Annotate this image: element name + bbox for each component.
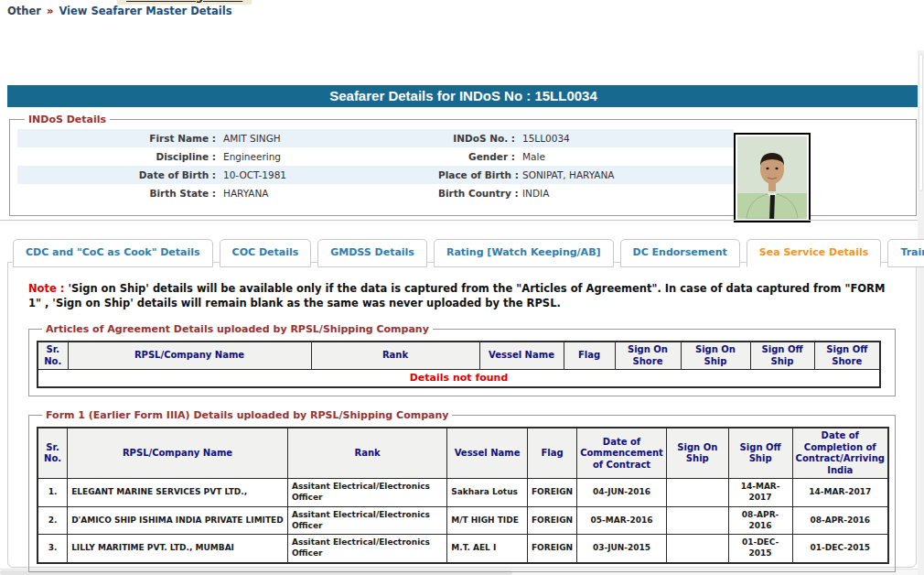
- col-vessel-name: Vessel Name: [479, 342, 564, 370]
- tab-coc-details[interactable]: COC Details: [220, 239, 312, 267]
- vertical-scrollbar-thumb[interactable]: [919, 54, 923, 191]
- cell-date-commencement: 05-MAR-2016: [577, 506, 667, 534]
- table-row: 2. D'AMICO SHIP ISHIMA INDIA PRIVATE LIM…: [38, 506, 888, 534]
- cell-date-completion: 08-APR-2016: [792, 506, 888, 534]
- cell-vessel: M/T HIGH TIDE: [447, 506, 528, 534]
- cell-rank: Assitant Electrical/Electronics Officer: [287, 506, 446, 534]
- cell-date-commencement: 04-JUN-2016: [577, 479, 667, 506]
- col-flag: Flag: [527, 428, 576, 479]
- cell-company: D'AMICO SHIP ISHIMA INDIA PRIVATE LIMITE…: [68, 506, 288, 534]
- col-sign-on-ship: Sign On Ship: [681, 342, 750, 370]
- indos-row-2: Discipline : Engineering Gender : Male: [17, 147, 734, 166]
- birth-country-value: INDIA: [522, 184, 734, 202]
- cell-flag: FOREIGN: [527, 506, 576, 534]
- indos-row-1: First Name : AMIT SINGH INDoS No. : 15LL…: [17, 129, 734, 147]
- col-sign-off-shore: Sign Off Shore: [814, 342, 880, 370]
- breadcrumb-current: View Seafarer Master Details: [59, 5, 231, 17]
- first-name-value: AMIT SINGH: [223, 129, 438, 147]
- tab-rating-watch-keeping-ab[interactable]: Rating [Watch Keeping/AB]: [434, 239, 614, 267]
- articles-table: Sr. No. RPSL/Company Name Rank Vessel Na…: [37, 341, 881, 388]
- cell-sign-off-ship: 14-MAR-2017: [728, 479, 792, 506]
- form1-fieldset: Form 1 (Earlier Form IIIA) Details uploa…: [28, 409, 896, 571]
- tab-dc-endorsement[interactable]: DC Endorsement: [620, 239, 740, 267]
- col-sr-no: Sr. No.: [38, 342, 68, 370]
- articles-header-row: Sr. No. RPSL/Company Name Rank Vessel Na…: [38, 342, 880, 370]
- breadcrumb: Other»View Seafarer Master Details: [7, 5, 232, 17]
- form1-header-row: Sr. No. RPSL/Company Name Rank Vessel Na…: [38, 428, 888, 479]
- col-vessel-name: Vessel Name: [447, 428, 528, 479]
- empty-row: Details not found: [38, 370, 880, 388]
- note-text: Note : 'Sign on Ship' details will be av…: [28, 281, 896, 310]
- tab-sea-service-details[interactable]: Sea Service Details: [747, 239, 882, 267]
- col-date-commencement: Date of Commencement of Contract: [577, 428, 667, 479]
- first-name-label: First Name :: [17, 129, 223, 147]
- indos-no-label: INDoS No. :: [438, 129, 522, 147]
- col-date-completion: Date of Completion of Contract/Arriving …: [792, 428, 888, 479]
- cell-flag: FOREIGN: [527, 479, 576, 506]
- tab-cdc-coc-cook-details[interactable]: CDC and "CoC as Cook" Details: [13, 239, 213, 267]
- discipline-label: Discipline :: [17, 147, 223, 166]
- page: HomeManagement Other»View Seafarer Maste…: [0, 0, 924, 575]
- details-not-found-message: Details not found: [38, 370, 880, 388]
- breadcrumb-section-link[interactable]: Other: [7, 5, 41, 17]
- cell-sign-on-ship: [666, 535, 728, 563]
- col-rpsl-company: RPSL/Company Name: [68, 428, 288, 479]
- gender-label: Gender :: [438, 147, 522, 166]
- cell-vessel: M.T. AEL I: [447, 535, 528, 563]
- indos-fields: First Name : AMIT SINGH INDoS No. : 15LL…: [17, 129, 734, 202]
- breadcrumb-separator-icon: »: [47, 5, 53, 17]
- articles-legend: Articles of Agreement Details uploaded b…: [42, 323, 433, 335]
- cell-flag: FOREIGN: [527, 535, 576, 563]
- col-rank: Rank: [311, 342, 479, 370]
- seafarer-photo-illustration: [737, 136, 807, 219]
- articles-of-agreement-fieldset: Articles of Agreement Details uploaded b…: [28, 323, 896, 396]
- col-sign-off-ship: Sign Off Ship: [728, 428, 792, 479]
- tab-gmdss-details[interactable]: GMDSS Details: [317, 239, 427, 267]
- indos-row-4: Birth State : HARYANA Birth Country : IN…: [17, 184, 734, 202]
- tab-content-panel: Note : 'Sign on Ship' details will be av…: [7, 262, 917, 568]
- cell-date-commencement: 03-JUN-2015: [577, 535, 667, 563]
- gender-value: Male: [522, 147, 734, 166]
- cell-rank: Assitant Electrical/Electronics Officer: [287, 479, 446, 506]
- cell-sign-on-ship: [666, 479, 728, 506]
- col-rpsl-company: RPSL/Company Name: [68, 342, 311, 370]
- birth-country-label: Birth Country :: [438, 184, 522, 202]
- cell-sr-no: 3.: [38, 535, 68, 563]
- note-prefix: Note :: [28, 282, 64, 295]
- vertical-scrollbar[interactable]: [918, 50, 924, 575]
- cell-sr-no: 2.: [38, 506, 68, 534]
- tab-bar: CDC and "CoC as Cook" Details COC Detail…: [13, 239, 924, 267]
- tab-training-details[interactable]: Training Details: [887, 239, 924, 267]
- col-flag: Flag: [564, 342, 615, 370]
- table-row: 3. LILLY MARITIME PVT. LTD., MUMBAI Assi…: [38, 535, 888, 563]
- table-row: 1. ELEGANT MARINE SERVICES PVT LTD., Ass…: [38, 479, 888, 506]
- birth-state-label: Birth State :: [17, 184, 223, 202]
- cell-date-completion: 14-MAR-2017: [792, 479, 888, 506]
- indos-details-legend: INDoS Details: [25, 114, 110, 125]
- birth-state-value: HARYANA: [223, 184, 438, 202]
- col-sign-on-shore: Sign On Shore: [615, 342, 681, 370]
- discipline-value: Engineering: [223, 147, 438, 166]
- date-of-birth-value: 10-OCT-1981: [223, 166, 438, 184]
- col-sign-on-ship: Sign On Ship: [666, 428, 728, 479]
- page-title: Seafarer Details for INDoS No : 15LL0034: [7, 85, 919, 107]
- place-of-birth-value: SONIPAT, HARYANA: [522, 166, 734, 184]
- form1-legend: Form 1 (Earlier Form IIIA) Details uploa…: [42, 409, 452, 421]
- cell-sign-off-ship: 01-DEC-2015: [728, 535, 792, 563]
- col-sr-no: Sr. No.: [38, 428, 68, 479]
- form1-table: Sr. No. RPSL/Company Name Rank Vessel Na…: [37, 427, 889, 563]
- note-body: 'Sign on Ship' details will be available…: [28, 282, 885, 309]
- date-of-birth-label: Date of Birth :: [17, 166, 223, 184]
- cell-rank: Assitant Electrical/Electronics Officer: [287, 535, 446, 563]
- cell-vessel: Sakhara Lotus: [447, 479, 528, 506]
- cell-date-completion: 01-DEC-2015: [792, 535, 888, 563]
- section-divider: [0, 220, 924, 221]
- cell-company: LILLY MARITIME PVT. LTD., MUMBAI: [68, 535, 288, 563]
- col-rank: Rank: [287, 428, 446, 479]
- cell-company: ELEGANT MARINE SERVICES PVT LTD.,: [68, 479, 288, 506]
- indos-no-value: 15LL0034: [522, 129, 734, 147]
- col-sign-off-ship: Sign Off Ship: [750, 342, 814, 370]
- cell-sr-no: 1.: [38, 479, 68, 506]
- indos-row-3: Date of Birth : 10-OCT-1981 Place of Bir…: [17, 166, 734, 184]
- seafarer-photo: [734, 133, 811, 222]
